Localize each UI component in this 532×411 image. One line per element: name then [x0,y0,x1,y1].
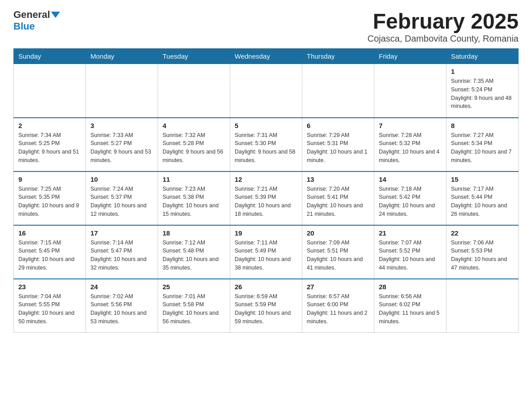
calendar-week-row: 9Sunrise: 7:25 AMSunset: 5:35 PMDaylight… [14,171,519,225]
day-number: 28 [379,283,442,291]
logo-blue-text: Blue [13,21,35,32]
calendar-cell: 11Sunrise: 7:23 AMSunset: 5:38 PMDayligh… [158,171,230,225]
calendar-cell: 27Sunrise: 6:57 AMSunset: 6:00 PMDayligh… [302,279,374,333]
day-info: Sunrise: 7:35 AMSunset: 5:24 PMDaylight:… [451,77,514,111]
day-info: Sunrise: 7:20 AMSunset: 5:41 PMDaylight:… [307,185,369,218]
calendar-cell [374,64,446,118]
day-info: Sunrise: 7:09 AMSunset: 5:51 PMDaylight:… [307,239,369,272]
day-number: 23 [18,283,81,291]
day-info: Sunrise: 7:32 AMSunset: 5:28 PMDaylight:… [163,131,225,165]
day-info: Sunrise: 7:06 AMSunset: 5:53 PMDaylight:… [451,239,514,272]
day-info: Sunrise: 7:11 AMSunset: 5:49 PMDaylight:… [235,239,297,272]
location-text: Cojasca, Dambovita County, Romania [367,34,519,44]
day-info: Sunrise: 6:56 AMSunset: 6:02 PMDaylight:… [379,292,442,326]
day-number: 25 [163,283,225,291]
calendar-cell [302,64,374,118]
day-number: 4 [163,122,225,129]
day-info: Sunrise: 7:15 AMSunset: 5:45 PMDaylight:… [18,239,81,272]
calendar-cell: 6Sunrise: 7:29 AMSunset: 5:31 PMDaylight… [302,118,374,171]
day-number: 27 [307,283,369,291]
day-info: Sunrise: 7:14 AMSunset: 5:47 PMDaylight:… [90,239,153,272]
calendar-cell: 5Sunrise: 7:31 AMSunset: 5:30 PMDaylight… [230,118,302,171]
calendar-cell: 20Sunrise: 7:09 AMSunset: 5:51 PMDayligh… [302,225,374,279]
day-number: 24 [90,283,153,291]
day-info: Sunrise: 7:07 AMSunset: 5:52 PMDaylight:… [379,239,442,272]
day-number: 21 [379,229,442,237]
calendar-cell [86,64,158,118]
day-number: 5 [235,122,297,129]
day-number: 20 [307,229,369,237]
day-number: 6 [307,122,369,129]
day-header-monday: Monday [86,49,158,64]
day-info: Sunrise: 7:04 AMSunset: 5:55 PMDaylight:… [18,292,81,326]
day-header-tuesday: Tuesday [158,49,230,64]
calendar-cell: 25Sunrise: 7:01 AMSunset: 5:58 PMDayligh… [158,279,230,333]
day-number: 9 [18,176,81,183]
title-section: February 2025 Cojasca, Dambovita County,… [367,9,519,44]
day-number: 12 [235,176,297,183]
day-number: 19 [235,229,297,237]
calendar-cell: 21Sunrise: 7:07 AMSunset: 5:52 PMDayligh… [374,225,446,279]
calendar-cell: 24Sunrise: 7:02 AMSunset: 5:56 PMDayligh… [86,279,158,333]
day-number: 7 [379,122,442,129]
month-title: February 2025 [367,9,519,34]
day-number: 15 [451,176,514,183]
day-info: Sunrise: 7:28 AMSunset: 5:32 PMDaylight:… [379,131,442,165]
day-info: Sunrise: 7:02 AMSunset: 5:56 PMDaylight:… [90,292,153,326]
calendar-header-row: SundayMondayTuesdayWednesdayThursdayFrid… [14,49,519,64]
calendar-cell: 3Sunrise: 7:33 AMSunset: 5:27 PMDaylight… [86,118,158,171]
day-header-sunday: Sunday [14,49,86,64]
logo-general-text: General [13,9,50,21]
day-header-thursday: Thursday [302,49,374,64]
calendar-week-row: 23Sunrise: 7:04 AMSunset: 5:55 PMDayligh… [14,279,519,333]
calendar-cell: 7Sunrise: 7:28 AMSunset: 5:32 PMDaylight… [374,118,446,171]
calendar-cell: 23Sunrise: 7:04 AMSunset: 5:55 PMDayligh… [14,279,86,333]
day-info: Sunrise: 7:25 AMSunset: 5:35 PMDaylight:… [18,185,81,218]
day-info: Sunrise: 7:31 AMSunset: 5:30 PMDaylight:… [235,131,297,165]
day-info: Sunrise: 7:12 AMSunset: 5:48 PMDaylight:… [163,239,225,272]
calendar-cell: 2Sunrise: 7:34 AMSunset: 5:25 PMDaylight… [14,118,86,171]
calendar-week-row: 2Sunrise: 7:34 AMSunset: 5:25 PMDaylight… [14,118,519,171]
calendar-cell: 17Sunrise: 7:14 AMSunset: 5:47 PMDayligh… [86,225,158,279]
calendar-cell: 22Sunrise: 7:06 AMSunset: 5:53 PMDayligh… [446,225,519,279]
logo-arrow-icon [51,12,60,18]
calendar-week-row: 16Sunrise: 7:15 AMSunset: 5:45 PMDayligh… [14,225,519,279]
calendar-cell: 13Sunrise: 7:20 AMSunset: 5:41 PMDayligh… [302,171,374,225]
day-info: Sunrise: 7:29 AMSunset: 5:31 PMDaylight:… [307,131,369,165]
day-number: 10 [90,176,153,183]
calendar-cell: 28Sunrise: 6:56 AMSunset: 6:02 PMDayligh… [374,279,446,333]
day-number: 14 [379,176,442,183]
calendar-cell: 16Sunrise: 7:15 AMSunset: 5:45 PMDayligh… [14,225,86,279]
day-info: Sunrise: 7:18 AMSunset: 5:42 PMDaylight:… [379,185,442,218]
calendar-cell [158,64,230,118]
page-header: General Blue February 2025 Cojasca, Damb… [13,9,519,44]
day-info: Sunrise: 7:27 AMSunset: 5:34 PMDaylight:… [451,131,514,165]
calendar-cell: 15Sunrise: 7:17 AMSunset: 5:44 PMDayligh… [446,171,519,225]
calendar-cell: 4Sunrise: 7:32 AMSunset: 5:28 PMDaylight… [158,118,230,171]
day-number: 11 [163,176,225,183]
day-info: Sunrise: 7:23 AMSunset: 5:38 PMDaylight:… [163,185,225,218]
day-number: 13 [307,176,369,183]
calendar-cell: 10Sunrise: 7:24 AMSunset: 5:37 PMDayligh… [86,171,158,225]
calendar-week-row: 1Sunrise: 7:35 AMSunset: 5:24 PMDaylight… [14,64,519,118]
calendar-cell [230,64,302,118]
day-info: Sunrise: 7:34 AMSunset: 5:25 PMDaylight:… [18,131,81,165]
day-info: Sunrise: 6:59 AMSunset: 5:59 PMDaylight:… [235,292,297,326]
calendar-cell: 18Sunrise: 7:12 AMSunset: 5:48 PMDayligh… [158,225,230,279]
day-info: Sunrise: 7:17 AMSunset: 5:44 PMDaylight:… [451,185,514,218]
day-info: Sunrise: 7:21 AMSunset: 5:39 PMDaylight:… [235,185,297,218]
day-info: Sunrise: 7:01 AMSunset: 5:58 PMDaylight:… [163,292,225,326]
day-header-wednesday: Wednesday [230,49,302,64]
calendar-cell [14,64,86,118]
day-number: 26 [235,283,297,291]
calendar-table: SundayMondayTuesdayWednesdayThursdayFrid… [13,48,519,333]
day-number: 1 [451,68,514,75]
calendar-cell: 26Sunrise: 6:59 AMSunset: 5:59 PMDayligh… [230,279,302,333]
day-number: 16 [18,229,81,237]
day-info: Sunrise: 7:24 AMSunset: 5:37 PMDaylight:… [90,185,153,218]
day-number: 17 [90,229,153,237]
logo: General Blue [13,9,61,32]
day-number: 18 [163,229,225,237]
calendar-cell: 12Sunrise: 7:21 AMSunset: 5:39 PMDayligh… [230,171,302,225]
day-info: Sunrise: 6:57 AMSunset: 6:00 PMDaylight:… [307,292,369,326]
